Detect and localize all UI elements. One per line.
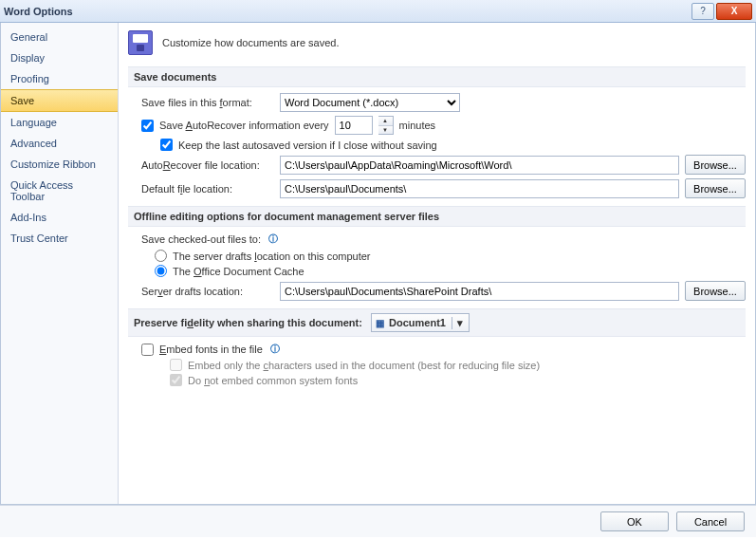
browse-autorecover-button[interactable]: Browse... (685, 155, 746, 175)
default-location-input[interactable] (280, 179, 679, 198)
embed-subset-checkbox (170, 359, 182, 371)
intro-row: Customize how documents are saved. (128, 30, 746, 55)
keep-last-checkbox[interactable] (160, 139, 173, 151)
autorecover-label: Save AutoRecover information every (159, 120, 329, 131)
embed-fonts-label: Embed fonts in the file (159, 344, 263, 355)
info-icon[interactable]: ⓘ (270, 343, 280, 356)
fidelity-document-select[interactable]: ▦ Document1 ▾ (371, 313, 470, 332)
sidebar: GeneralDisplayProofingSaveLanguageAdvanc… (1, 23, 119, 504)
sidebar-item-trust-center[interactable]: Trust Center (1, 228, 118, 249)
close-button[interactable]: X (716, 3, 752, 20)
autorecover-checkbox[interactable] (141, 120, 154, 132)
office-cache-radio[interactable] (155, 265, 167, 277)
section-fidelity: Preserve fidelity when sharing this docu… (128, 308, 746, 337)
window-title: Word Options (4, 6, 73, 17)
section-offline: Offline editing options for document man… (128, 206, 746, 227)
save-disk-icon (128, 30, 153, 55)
chevron-down-icon: ▾ (452, 317, 469, 329)
sidebar-item-proofing[interactable]: Proofing (1, 68, 118, 89)
help-button[interactable]: ? (691, 3, 714, 20)
sidebar-item-general[interactable]: General (1, 27, 118, 47)
save-format-select[interactable]: Word Document (*.docx) (280, 93, 460, 112)
skip-system-fonts-label: Do not embed common system fonts (188, 375, 358, 386)
titlebar: Word Options ? X (0, 0, 756, 23)
autorecover-location-input[interactable] (280, 156, 679, 175)
save-format-label: Save files in this format: (141, 97, 274, 108)
sidebar-item-display[interactable]: Display (1, 47, 118, 68)
skip-system-fonts-checkbox (170, 374, 182, 386)
embed-subset-label: Embed only the characters used in the do… (188, 360, 540, 371)
default-location-label: Default file location: (141, 183, 274, 195)
minutes-spinner[interactable]: ▲▼ (378, 116, 394, 135)
sidebar-item-advanced[interactable]: Advanced (1, 133, 118, 154)
minutes-label: minutes (399, 120, 436, 131)
office-cache-radio-label: The Office Document Cache (173, 266, 304, 277)
server-drafts-radio-label: The server drafts location on this compu… (173, 251, 371, 262)
browse-drafts-button[interactable]: Browse... (685, 281, 746, 301)
server-drafts-location-input[interactable] (280, 282, 679, 301)
main-panel: Customize how documents are saved. Save … (119, 23, 755, 504)
word-doc-icon: ▦ (372, 318, 387, 328)
server-drafts-location-label: Server drafts location: (141, 286, 274, 297)
save-checked-out-label: Save checked-out files to: (141, 233, 261, 245)
intro-text: Customize how documents are saved. (162, 37, 339, 48)
ok-button[interactable]: OK (600, 511, 669, 531)
spinner-up-icon[interactable]: ▲ (378, 117, 393, 126)
cancel-button[interactable]: Cancel (676, 511, 745, 531)
sidebar-item-add-ins[interactable]: Add-Ins (1, 207, 118, 228)
section-save-documents: Save documents (128, 66, 746, 87)
fidelity-document-name: Document1 (387, 317, 452, 328)
sidebar-item-quick-access-toolbar[interactable]: Quick Access Toolbar (1, 175, 118, 207)
dialog-footer: OK Cancel (0, 505, 756, 537)
browse-default-button[interactable]: Browse... (685, 178, 746, 198)
info-icon[interactable]: ⓘ (268, 232, 278, 246)
sidebar-item-language[interactable]: Language (1, 112, 118, 133)
autorecover-location-label: AutoRecover file location: (141, 159, 274, 171)
sidebar-item-save[interactable]: Save (1, 89, 118, 112)
sidebar-item-customize-ribbon[interactable]: Customize Ribbon (1, 154, 118, 175)
autorecover-minutes-input[interactable] (335, 116, 373, 135)
server-drafts-radio[interactable] (155, 250, 167, 262)
spinner-down-icon[interactable]: ▼ (378, 126, 393, 135)
embed-fonts-checkbox[interactable] (141, 344, 154, 356)
keep-last-label: Keep the last autosaved version if I clo… (178, 139, 437, 151)
